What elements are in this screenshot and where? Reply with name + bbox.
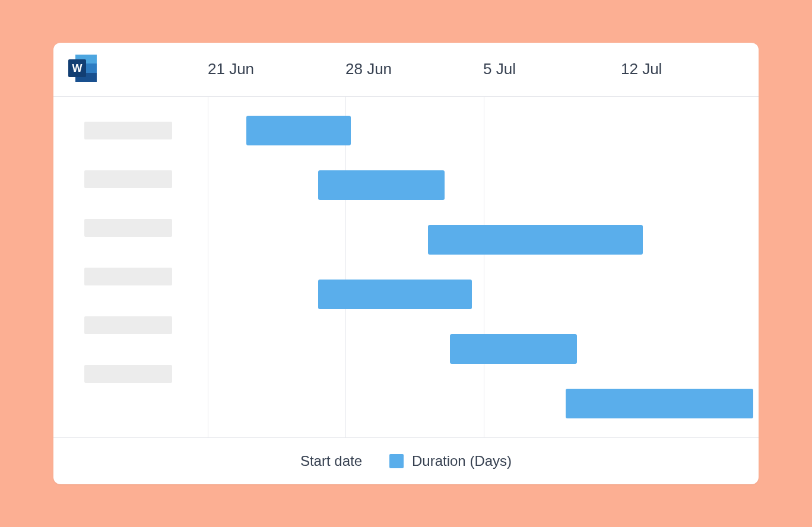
legend-swatch	[389, 454, 404, 468]
timeline-headers: 21 Jun 28 Jun 5 Jul 12 Jul	[208, 60, 759, 78]
task-label-placeholder	[84, 316, 172, 334]
gantt-row	[208, 225, 759, 255]
task-label-placeholder	[84, 170, 172, 188]
gantt-bar[interactable]	[246, 116, 351, 145]
gantt-row	[208, 116, 759, 145]
svg-text:W: W	[72, 62, 83, 74]
app-icon-box: W	[53, 52, 208, 87]
word-icon: W	[65, 52, 100, 87]
gantt-bar[interactable]	[428, 225, 643, 255]
gantt-bar[interactable]	[318, 280, 472, 309]
gantt-bar[interactable]	[450, 334, 576, 364]
legend-label: Start date	[300, 453, 362, 469]
time-header: 28 Jun	[345, 60, 483, 78]
gantt-rows	[208, 116, 759, 418]
gantt-row	[208, 170, 759, 200]
task-label-placeholder	[84, 268, 172, 285]
gantt-row	[208, 389, 759, 418]
gantt-footer: Start date Duration (Days)	[53, 437, 759, 484]
time-header: 21 Jun	[208, 60, 345, 78]
gantt-card: W 21 Jun 28 Jun 5 Jul 12 Jul	[53, 43, 759, 484]
legend-start-date: Start date	[300, 453, 362, 469]
task-label-placeholder	[84, 122, 172, 139]
task-sidebar	[53, 97, 208, 437]
gantt-chart-area	[208, 97, 759, 437]
gantt-bar[interactable]	[318, 170, 445, 200]
gantt-row	[208, 334, 759, 364]
legend-label: Duration (Days)	[412, 453, 512, 469]
gantt-header: W 21 Jun 28 Jun 5 Jul 12 Jul	[53, 43, 759, 97]
gantt-body	[53, 97, 759, 437]
time-header: 5 Jul	[483, 60, 621, 78]
gantt-bar[interactable]	[566, 389, 753, 418]
task-label-placeholder	[84, 219, 172, 237]
legend-duration: Duration (Days)	[389, 453, 512, 469]
task-label-placeholder	[84, 365, 172, 383]
gantt-row	[208, 280, 759, 309]
time-header: 12 Jul	[621, 60, 759, 78]
